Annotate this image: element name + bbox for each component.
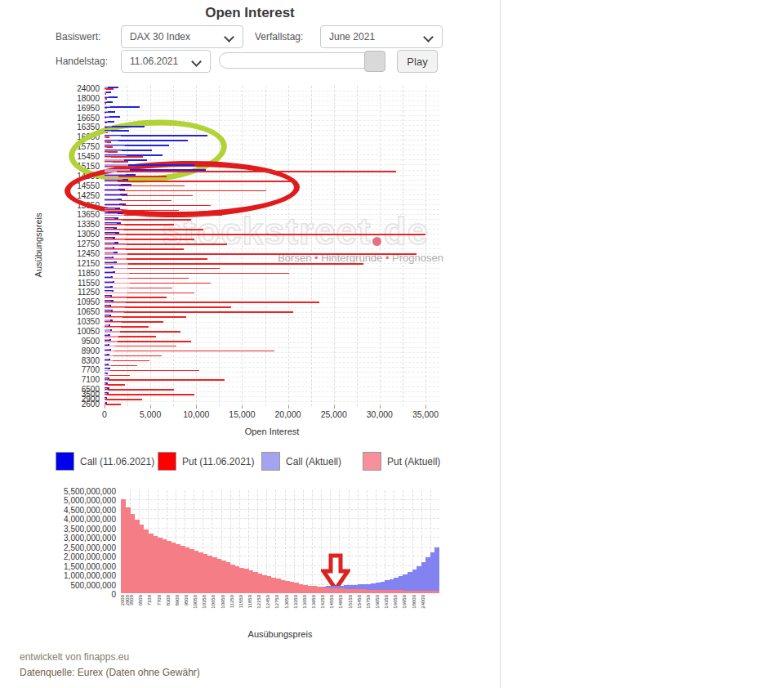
x-tick-label: 11850 bbox=[247, 595, 252, 608]
x-tick-label: 10050 bbox=[193, 595, 198, 609]
chevron-down-icon bbox=[423, 32, 434, 42]
x-tick-label: 14250 bbox=[320, 595, 325, 609]
bar-call-aktuell bbox=[105, 203, 119, 204]
bar-put-old bbox=[105, 399, 142, 400]
legend-label: Call (11.06.2021) bbox=[80, 456, 154, 467]
x-tick-label: 15150 bbox=[348, 595, 353, 609]
bar-put-aktuell bbox=[105, 215, 124, 216]
bar-put-old bbox=[105, 341, 191, 342]
bar-call-aktuell bbox=[105, 398, 106, 399]
bar-call-aktuell bbox=[105, 136, 121, 136]
bar-put-aktuell bbox=[105, 283, 130, 284]
tick-mark bbox=[425, 405, 426, 409]
x-tick-label: 10,000 bbox=[183, 409, 209, 419]
bar-put-aktuell bbox=[105, 230, 124, 230]
bar-call-aktuell bbox=[105, 276, 111, 277]
bar-call-aktuell bbox=[105, 383, 106, 384]
y-tick-label: 16950 bbox=[77, 104, 100, 113]
bar-put-aktuell bbox=[105, 288, 129, 288]
gridline bbox=[285, 490, 286, 593]
oi-chart-x-axis-labels: 05,00010,00015,00020,00025,00030,00035,0… bbox=[105, 409, 439, 421]
bar-call-aktuell bbox=[105, 159, 124, 160]
bar-put-aktuell bbox=[105, 108, 105, 109]
bar-call-aktuell bbox=[105, 296, 110, 297]
x-tick-label: 18000 bbox=[412, 595, 416, 609]
y-tick-label: 13350 bbox=[77, 220, 100, 229]
bar-put-aktuell bbox=[105, 302, 126, 303]
bar-put-old bbox=[105, 351, 274, 352]
bar-call-aktuell bbox=[105, 174, 126, 175]
x-tick-label: 16350 bbox=[384, 595, 389, 609]
bar-put-aktuell bbox=[105, 137, 106, 138]
legend-label: Put (Aktuell) bbox=[387, 456, 440, 467]
y-tick-label: 3,500,000,000 bbox=[64, 525, 116, 534]
x-tick-label: 13050 bbox=[284, 595, 289, 609]
bar-call-aktuell bbox=[105, 131, 111, 132]
bar-call-aktuell bbox=[105, 179, 122, 180]
bar-call-aktuell bbox=[105, 242, 114, 243]
gridline bbox=[367, 490, 368, 593]
bar-call-aktuell bbox=[105, 402, 105, 403]
x-tick-label: 10950 bbox=[220, 595, 225, 609]
bar-call-aktuell bbox=[105, 96, 109, 97]
bar-put-old bbox=[105, 253, 416, 255]
bar-put-aktuell bbox=[105, 404, 106, 405]
bar-call-aktuell bbox=[105, 106, 110, 107]
y-tick-label: 16650 bbox=[77, 114, 100, 123]
bar-put-aktuell bbox=[105, 152, 108, 153]
bar-put-aktuell bbox=[105, 312, 124, 313]
bar-call-aktuell bbox=[105, 150, 122, 151]
bar-call-aktuell bbox=[105, 155, 127, 156]
bar-put-old bbox=[105, 394, 194, 395]
x-tick-label: 7700 bbox=[157, 595, 162, 605]
bar-put-aktuell bbox=[105, 176, 118, 176]
handelstag-select[interactable]: 11.06.2021 bbox=[121, 50, 211, 73]
bar-put-aktuell bbox=[105, 375, 109, 376]
tick-mark bbox=[105, 405, 105, 409]
bar-put-aktuell bbox=[105, 132, 106, 133]
y-tick-label: 10650 bbox=[77, 307, 100, 316]
bar-put-aktuell bbox=[105, 317, 122, 318]
x-tick-label: 14550 bbox=[329, 595, 334, 609]
area-put-aktuell bbox=[434, 591, 439, 593]
timeline-slider-thumb[interactable] bbox=[364, 51, 385, 72]
legend-swatch-put-old bbox=[158, 452, 176, 471]
y-tick-label: 0 bbox=[111, 590, 116, 599]
y-tick-label: 10350 bbox=[77, 317, 100, 326]
legend-item-put-old: Put (11.06.2021) bbox=[158, 452, 255, 471]
tick-mark bbox=[150, 405, 151, 409]
bar-call-aktuell bbox=[105, 286, 110, 287]
tick-mark bbox=[380, 405, 381, 409]
play-button[interactable]: Play bbox=[397, 50, 438, 73]
page-title: Open Interest bbox=[0, 5, 500, 21]
bar-call-aktuell bbox=[105, 233, 115, 234]
bar-put-aktuell bbox=[105, 181, 118, 181]
bar-put-aktuell bbox=[105, 400, 106, 400]
y-tick-label: 11550 bbox=[78, 279, 100, 288]
x-tick-label: 12150 bbox=[256, 595, 261, 609]
legend-item-call-aktuell: Call (Aktuell) bbox=[261, 452, 341, 471]
x-tick-label: 0 bbox=[102, 409, 107, 419]
bar-call-aktuell bbox=[105, 164, 128, 165]
bar-put-aktuell bbox=[105, 98, 105, 99]
bar-put-aktuell bbox=[105, 370, 110, 371]
bar-call-aktuell bbox=[105, 315, 109, 316]
bar-put-aktuell bbox=[105, 351, 114, 351]
bar-put-old bbox=[105, 171, 396, 172]
verfallstag-select[interactable]: June 2021 bbox=[320, 25, 443, 48]
bar-put-aktuell bbox=[105, 200, 121, 201]
bar-put-aktuell bbox=[105, 341, 118, 342]
bar-call-aktuell bbox=[105, 228, 114, 229]
x-tick-label: 3500 bbox=[129, 595, 134, 605]
y-tick-label: 18000 bbox=[77, 94, 100, 103]
chevron-down-icon bbox=[224, 32, 234, 42]
bar-put-aktuell bbox=[105, 278, 128, 279]
watermark-dot-icon bbox=[372, 237, 381, 246]
bar-put-aktuell bbox=[105, 346, 115, 346]
bar-call-aktuell bbox=[105, 126, 112, 127]
timeline-slider-track[interactable] bbox=[219, 52, 382, 69]
basiswert-select[interactable]: DAX 30 Index bbox=[121, 25, 243, 48]
bar-call-aktuell bbox=[105, 116, 109, 117]
content-divider bbox=[500, 0, 501, 688]
bar-call-aktuell bbox=[105, 301, 111, 302]
